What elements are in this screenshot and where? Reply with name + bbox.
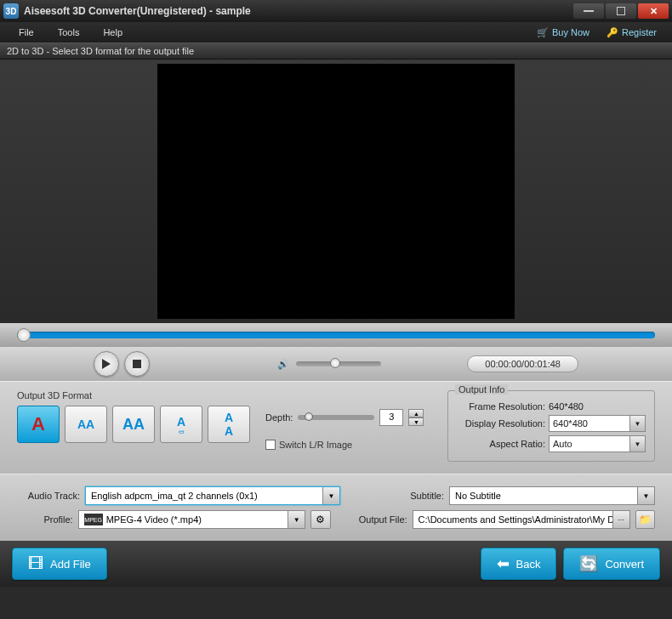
switch-lr-label: Switch L/R Image — [279, 440, 352, 450]
subtitle-select[interactable]: No Subtitle ▼ — [449, 486, 655, 505]
depth-value-input[interactable]: 3 — [379, 409, 403, 426]
depth-up-button[interactable]: ▲ — [408, 409, 424, 417]
film-add-icon: 🎞 — [28, 555, 43, 573]
display-resolution-label: Display Resolution: — [457, 418, 549, 429]
add-file-button[interactable]: 🎞 Add File — [12, 548, 107, 580]
display-resolution-value: 640*480 — [553, 418, 588, 429]
audio-track-value: English adpcm_ima_qt 2 channels (0x1) — [91, 491, 258, 501]
format-sbs-full-button[interactable]: AA — [112, 406, 155, 443]
speaker-icon[interactable]: 🔊 — [277, 359, 289, 370]
close-button[interactable]: ✕ — [638, 3, 669, 19]
subtitle-label: Subtitle: — [393, 491, 444, 501]
maximize-button[interactable] — [606, 3, 636, 19]
aspect-ratio-value: Auto — [553, 439, 572, 449]
lower-settings-panel: Audio Track: English adpcm_ima_qt 2 chan… — [0, 474, 672, 541]
frame-resolution-value: 640*480 — [549, 401, 584, 412]
profile-select[interactable]: MPEG MPEG-4 Video (*.mp4) ▼ — [78, 510, 306, 529]
switch-lr-checkbox[interactable] — [265, 440, 276, 450]
refresh-icon: 🔄 — [579, 554, 598, 573]
convert-button[interactable]: 🔄 Convert — [563, 548, 660, 580]
register-label: Register — [622, 27, 657, 37]
output-file-input[interactable]: C:\Documents and Settings\Administrator\… — [413, 510, 630, 529]
output-file-value: C:\Documents and Settings\Administrator\… — [419, 514, 624, 525]
output-3d-format-label: Output 3D Format — [17, 390, 250, 400]
open-folder-button[interactable]: 📁 — [635, 510, 655, 529]
gear-icon: ⚙ — [316, 514, 325, 525]
menubar: File Tools Help 🛒 Buy Now 🔑 Register — [0, 22, 672, 43]
chevron-down-icon[interactable]: ▼ — [629, 416, 645, 431]
menu-file[interactable]: File — [7, 24, 46, 41]
window-title: Aiseesoft 3D Converter(Unregistered) - s… — [24, 5, 573, 17]
volume-thumb[interactable] — [330, 358, 340, 368]
settings-panel: Output 3D Format A AA AA A▭ AA Depth: 3 … — [0, 381, 672, 474]
audio-track-label: Audio Track: — [17, 491, 80, 501]
arrow-left-icon: ⬅ — [497, 554, 510, 573]
stop-icon — [133, 360, 141, 368]
svg-rect-1 — [618, 8, 625, 15]
bottom-toolbar: 🎞 Add File ⬅ Back 🔄 Convert — [0, 541, 672, 587]
time-display: 00:00:00/00:01:48 — [467, 355, 578, 372]
aspect-ratio-select[interactable]: Auto ▼ — [549, 435, 646, 452]
audio-track-select[interactable]: English adpcm_ima_qt 2 channels (0x1) ▼ — [85, 486, 340, 505]
ellipsis-icon[interactable]: ⋯ — [612, 511, 629, 528]
play-button[interactable] — [94, 351, 119, 377]
depth-down-button[interactable]: ▼ — [408, 417, 424, 426]
display-resolution-select[interactable]: 640*480 ▼ — [549, 415, 646, 432]
depth-thumb[interactable] — [305, 412, 313, 421]
back-button[interactable]: ⬅ Back — [481, 548, 557, 580]
folder-icon: 📁 — [639, 514, 652, 525]
profile-value: MPEG-4 Video (*.mp4) — [106, 514, 202, 525]
svg-rect-3 — [133, 360, 141, 368]
depth-group: Depth: 3 ▲ ▼ Switch L/R Image — [265, 409, 424, 450]
frame-resolution-label: Frame Resolution: — [457, 401, 549, 412]
seek-thumb[interactable] — [17, 328, 31, 342]
app-logo-icon: 3D — [3, 3, 19, 19]
menu-help[interactable]: Help — [91, 24, 134, 41]
seek-slider[interactable] — [17, 332, 655, 338]
add-file-label: Add File — [50, 558, 91, 571]
buy-now-link[interactable]: 🛒 Buy Now — [528, 24, 598, 42]
chevron-down-icon[interactable]: ▼ — [637, 487, 654, 504]
minimize-button[interactable] — [573, 3, 604, 19]
format-tb-half-button[interactable]: A▭ — [160, 406, 202, 443]
depth-label: Depth: — [265, 412, 293, 423]
format-tb-full-button[interactable]: AA — [208, 406, 250, 443]
menu-tools[interactable]: Tools — [46, 24, 92, 41]
output-info-legend: Output Info — [455, 384, 508, 395]
output-info-group: Output Info Frame Resolution: 640*480 Di… — [447, 390, 655, 462]
cart-icon: 🛒 — [537, 27, 549, 38]
profile-label: Profile: — [17, 514, 73, 525]
buy-now-label: Buy Now — [552, 27, 589, 37]
subtitle-value: No Subtitle — [455, 491, 501, 501]
output-3d-format-group: Output 3D Format A AA AA A▭ AA — [17, 390, 250, 443]
stop-button[interactable] — [124, 351, 150, 377]
play-icon — [102, 359, 111, 369]
format-anaglyph-button[interactable]: A — [17, 406, 60, 443]
titlebar: 3D Aiseesoft 3D Converter(Unregistered) … — [0, 0, 672, 22]
format-sbs-half-button[interactable]: AA — [65, 406, 107, 443]
video-preview[interactable] — [157, 64, 515, 319]
preview-area — [0, 60, 672, 323]
svg-marker-2 — [102, 359, 111, 369]
depth-slider[interactable] — [298, 415, 374, 420]
register-link[interactable]: 🔑 Register — [598, 24, 665, 42]
aspect-ratio-label: Aspect Ratio: — [457, 439, 549, 449]
info-bar: 2D to 3D - Select 3D format for the outp… — [0, 43, 672, 60]
output-file-label: Output File: — [355, 514, 407, 525]
profile-settings-button[interactable]: ⚙ — [310, 510, 330, 529]
seek-bar-row — [0, 323, 672, 347]
convert-label: Convert — [605, 558, 644, 571]
mpeg-icon: MPEG — [84, 514, 103, 525]
back-label: Back — [516, 558, 541, 571]
svg-rect-0 — [584, 10, 594, 12]
chevron-down-icon[interactable]: ▼ — [629, 436, 645, 451]
chevron-down-icon[interactable]: ▼ — [322, 487, 339, 504]
volume-slider[interactable] — [296, 361, 381, 366]
chevron-down-icon[interactable]: ▼ — [288, 511, 305, 528]
playback-controls: 🔊 00:00:00/00:01:48 — [0, 347, 672, 381]
key-icon: 🔑 — [607, 27, 618, 38]
